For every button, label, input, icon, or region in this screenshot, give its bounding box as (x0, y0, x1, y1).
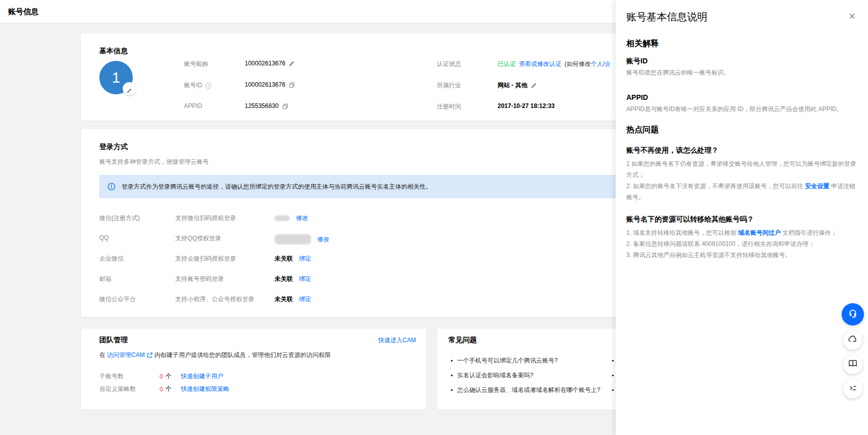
page-title: 账号信息 (8, 7, 39, 17)
answer-1-line-2: 2. 如果您的账号名下没有资源，不希望再使用该账号，您可以前往 安全设置 申请注… (626, 180, 858, 203)
external-link-icon[interactable] (146, 352, 153, 358)
avatar-label: 1 (112, 69, 121, 86)
security-settings-link[interactable]: 安全设置 (805, 183, 829, 190)
svg-text:?: ? (207, 83, 210, 88)
answer-text: 文档指引进行操作； (781, 229, 837, 236)
login-method-desc: 支持QQ授权登录 (175, 234, 275, 243)
stat-label: 子账号数 (99, 372, 160, 381)
cam-doc-link[interactable]: 访问管理CAM (107, 351, 145, 359)
personal-auth-link[interactable]: 个人 (591, 60, 603, 67)
field-appid: APPID 1255356830 (184, 100, 295, 122)
bind-wecom-link[interactable]: 绑定 (299, 255, 311, 263)
stat-label: 自定义策略数 (99, 385, 160, 393)
bind-wechat-official-link[interactable]: 绑定 (299, 295, 311, 304)
login-method-name: QQ (99, 234, 175, 241)
stat-sub-accounts: 子账号数 0 个 快速创建子用户 (99, 370, 230, 383)
domain-transfer-link[interactable]: 域名账号间过户 (738, 229, 781, 236)
modify-qq-link[interactable]: 修改 (317, 235, 329, 244)
faq-item-text: 实名认证会影响域名备案吗? (457, 371, 534, 380)
answer-text: 1. 域名支持转移给其他账号，您可以根据 (626, 229, 738, 236)
help-panel: 账号基本信息说明 ✕ 相关解释 账号ID 账号ID是您在腾讯云的唯一账号标识。 … (616, 0, 868, 435)
login-method-desc: 支持小程序、公众号授权登录 (175, 295, 275, 304)
login-status: 未关联 (275, 295, 293, 304)
modify-wechat-link[interactable]: 修改 (296, 214, 308, 223)
field-reg-time: 注册时间 2017-10-27 18:12:33 (437, 100, 611, 122)
login-method-desc: 支持账号密码登录 (175, 275, 275, 283)
stat-unit: 个 (166, 372, 172, 381)
console-list-icon (848, 383, 858, 395)
floating-button-stack (842, 303, 864, 398)
stat-count: 0 (160, 386, 163, 393)
auth-status-label: 认证状态 (437, 60, 498, 68)
answer-2-line-3: 3. 腾讯云其他产品例如云主机等资源不支持转移给其他账号。 (626, 249, 858, 261)
faq-item[interactable]: 一个手机号可以绑定几个腾讯云账号? (451, 353, 600, 368)
copy-icon[interactable] (282, 103, 288, 110)
login-method-name: 微信公众平台 (99, 295, 175, 304)
help-icon[interactable]: ? (205, 82, 212, 89)
account-id-label: 账号ID (184, 81, 202, 90)
bullet-icon (612, 360, 614, 361)
edit-industry-icon[interactable] (531, 82, 537, 89)
view-modify-auth-link[interactable]: 查看或修改认证 (519, 60, 561, 68)
basic-fields-left: 账号昵称 100002613676 账号ID ? 100002613676 (184, 58, 295, 122)
question-2: 账号名下的资源可以转移给其他账号吗？ (626, 215, 754, 224)
enter-cam-link[interactable]: 快速进入CAM (378, 336, 416, 345)
login-method-name: 企业微信 (99, 255, 175, 263)
cloud-notification-button[interactable] (843, 331, 862, 350)
industry-label: 所属行业 (437, 81, 498, 90)
bind-email-link[interactable]: 绑定 (299, 275, 311, 283)
question-1: 账号不再使用，该怎么处理？ (626, 146, 719, 155)
team-stats: 子账号数 0 个 快速创建子用户 自定义策略数 0 个 快速创建权限策略 (99, 370, 230, 395)
faq-item-text: 怎么确认云服务器、域名或者域名解析在哪个账号上? (457, 386, 600, 394)
reg-time-value: 2017-10-27 18:12:33 (498, 102, 555, 110)
avatar-edit-button[interactable] (123, 82, 136, 95)
bullet-icon (612, 375, 614, 376)
customer-service-button[interactable] (842, 303, 864, 325)
team-management-title: 团队管理 (99, 336, 128, 345)
term-account-id: 账号ID (626, 57, 648, 66)
auth-note-prefix: (如何修改 (564, 60, 591, 67)
auth-note: (如何修改个人/企 (564, 60, 611, 68)
pencil-icon (126, 80, 132, 97)
avatar[interactable]: 1 (99, 61, 133, 94)
reg-time-label: 注册时间 (437, 102, 498, 111)
info-banner-text: 登录方式作为登录腾讯云账号的途径，请确认您所绑定的登录方式的使用主体与当前腾讯云… (122, 183, 432, 191)
faq-item[interactable]: 怎么确认云服务器、域名或者域名解析在哪个账号上? (451, 383, 600, 397)
stat-custom-policies: 自定义策略数 0 个 快速创建权限策略 (99, 383, 230, 395)
bullet-icon (451, 375, 452, 376)
bullet-icon (451, 389, 452, 391)
copy-icon[interactable] (288, 82, 295, 88)
bullet-icon (451, 360, 452, 361)
faq-title: 常见问题 (448, 336, 477, 345)
faq-item[interactable]: 实名认证会影响域名备案吗? (451, 368, 600, 383)
create-policy-link[interactable]: 快速创建权限策略 (181, 385, 230, 393)
answer-2: 1. 域名支持转移给其他账号，您可以根据 域名账号间过户 文档指引进行操作； 2… (626, 227, 858, 261)
team-desc: 在 访问管理CAM 内创建子用户提供给您的团队成员，管理他们对云资源的访问权限 (99, 351, 331, 359)
edit-nickname-icon[interactable] (288, 60, 295, 67)
create-sub-user-link[interactable]: 快速创建子用户 (181, 372, 223, 381)
auth-status-value: 已认证 (498, 60, 516, 68)
nickname-value: 100002613676 (245, 60, 285, 67)
industry-value: 网站 - 其他 (498, 81, 527, 90)
documentation-button[interactable] (843, 355, 862, 374)
field-auth-status: 认证状态 已认证 查看或修改认证 (如何修改个人/企 (437, 58, 611, 79)
basic-info-title: 基本信息 (99, 47, 128, 56)
masked-account (275, 215, 290, 221)
term-account-id-desc: 账号ID是您在腾讯云的唯一账号标识。 (626, 67, 859, 78)
appid-label: APPID (184, 102, 245, 110)
login-method-desc: 支持企微扫码授权登录 (175, 255, 275, 263)
nickname-label: 账号昵称 (184, 60, 245, 68)
bullet-icon (612, 389, 614, 391)
open-book-icon (848, 358, 858, 371)
help-panel-title: 账号基本信息说明 (626, 10, 707, 24)
basic-fields-right: 认证状态 已认证 查看或修改认证 (如何修改个人/企 所属行业 网站 - 其他 … (437, 58, 611, 122)
close-icon[interactable]: ✕ (849, 11, 856, 22)
section-explanations: 相关解释 (626, 39, 659, 49)
team-management-card: 团队管理 快速进入CAM 在 访问管理CAM 内创建子用户提供给您的团队成员，管… (81, 329, 426, 410)
login-method-desc: 支持微信扫码授权登录 (175, 214, 275, 223)
feedback-button[interactable] (843, 379, 862, 398)
answer-text: 2. 如果您的账号名下没有资源，不希望再使用该账号，您可以前往 (626, 183, 805, 190)
enterprise-auth-link[interactable]: 企 (605, 60, 611, 67)
login-method-name: 微信(注册方式) (99, 214, 175, 223)
login-status: 未关联 (275, 255, 293, 263)
